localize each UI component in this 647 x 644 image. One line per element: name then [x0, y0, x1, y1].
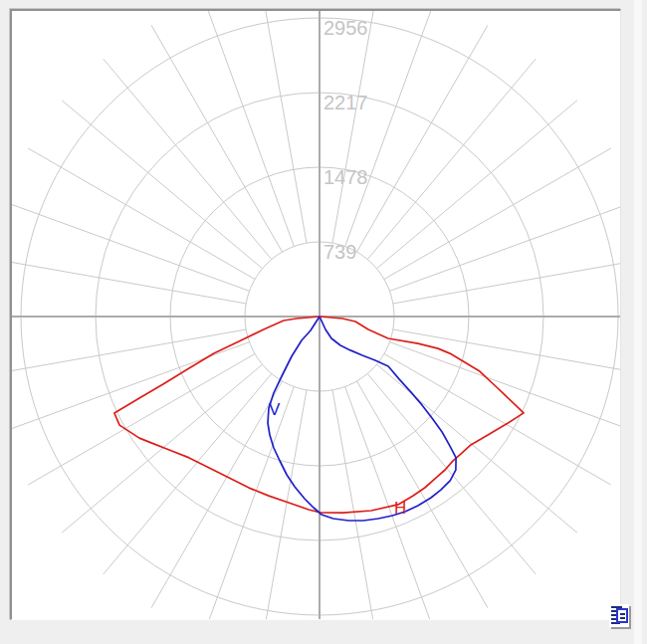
polar-intensity-chart: 739147822172956 [12, 11, 620, 619]
data-table-icon-glyph [607, 602, 633, 630]
photometric-viewer-window: { "chart_data": { "type": "line", "subty… [0, 0, 647, 644]
polar-chart-panel: 739147822172956 V H [10, 9, 621, 620]
radial-tick-label: 2217 [324, 92, 368, 113]
radial-tick-label: 1478 [324, 166, 368, 188]
radial-tick-label: 2956 [324, 17, 368, 39]
series-label-v: V [269, 401, 280, 418]
curve-v-plane [268, 317, 456, 521]
window-right-gutter [634, 0, 642, 644]
radial-tick-label: 739 [324, 241, 356, 263]
photometric-data-table-icon[interactable] [607, 602, 633, 630]
series-label-h: H [394, 500, 406, 517]
